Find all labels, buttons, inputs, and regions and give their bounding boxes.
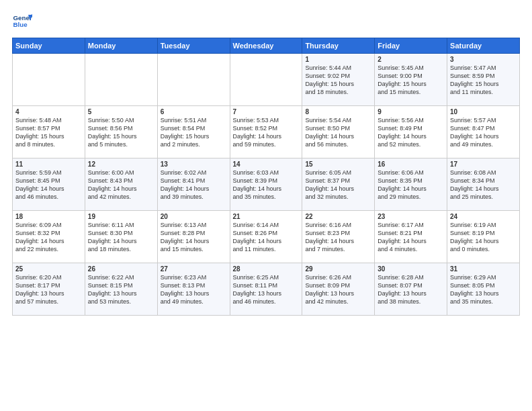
day-number: 25 <box>15 265 82 273</box>
day-cell <box>230 54 302 106</box>
day-number: 24 <box>450 213 517 220</box>
day-cell: 24Sunrise: 6:19 AM Sunset: 8:19 PM Dayli… <box>447 211 520 263</box>
day-info: Sunrise: 5:57 AM Sunset: 8:47 PM Dayligh… <box>450 116 517 149</box>
day-info: Sunrise: 6:23 AM Sunset: 8:13 PM Dayligh… <box>161 273 227 306</box>
day-info: Sunrise: 5:44 AM Sunset: 9:02 PM Dayligh… <box>305 64 371 97</box>
day-cell: 5Sunrise: 5:50 AM Sunset: 8:56 PM Daylig… <box>85 106 157 158</box>
day-number: 14 <box>233 161 300 168</box>
day-number: 26 <box>88 265 154 273</box>
day-number: 4 <box>15 108 82 116</box>
calendar-body: 1Sunrise: 5:44 AM Sunset: 9:02 PM Daylig… <box>13 54 520 316</box>
day-info: Sunrise: 6:11 AM Sunset: 8:30 PM Dayligh… <box>88 221 154 254</box>
day-info: Sunrise: 6:16 AM Sunset: 8:23 PM Dayligh… <box>305 221 371 254</box>
day-number: 6 <box>161 108 227 116</box>
week-row-2: 4Sunrise: 5:48 AM Sunset: 8:57 PM Daylig… <box>13 106 520 158</box>
day-info: Sunrise: 6:03 AM Sunset: 8:39 PM Dayligh… <box>233 169 300 201</box>
header-friday: Friday <box>375 38 447 54</box>
page: General Blue Sunday Monday Tuesday Wedne… <box>0 0 532 322</box>
header-saturday: Saturday <box>447 38 520 54</box>
day-info: Sunrise: 5:54 AM Sunset: 8:50 PM Dayligh… <box>305 116 371 149</box>
day-number: 28 <box>233 265 300 273</box>
day-cell: 30Sunrise: 6:28 AM Sunset: 8:07 PM Dayli… <box>375 263 447 316</box>
calendar-header: Sunday Monday Tuesday Wednesday Thursday… <box>13 38 520 54</box>
day-cell: 20Sunrise: 6:13 AM Sunset: 8:28 PM Dayli… <box>157 211 230 263</box>
day-number: 8 <box>305 108 371 116</box>
day-info: Sunrise: 6:02 AM Sunset: 8:41 PM Dayligh… <box>161 169 227 201</box>
day-cell: 31Sunrise: 6:29 AM Sunset: 8:05 PM Dayli… <box>447 263 520 316</box>
header-sunday: Sunday <box>13 38 85 54</box>
day-cell: 23Sunrise: 6:17 AM Sunset: 8:21 PM Dayli… <box>375 211 447 263</box>
day-info: Sunrise: 5:50 AM Sunset: 8:56 PM Dayligh… <box>88 116 154 149</box>
day-cell: 25Sunrise: 6:20 AM Sunset: 8:17 PM Dayli… <box>13 263 85 316</box>
week-row-1: 1Sunrise: 5:44 AM Sunset: 9:02 PM Daylig… <box>13 54 520 106</box>
day-number: 16 <box>378 161 444 168</box>
logo-icon: General Blue <box>12 11 32 31</box>
day-cell: 19Sunrise: 6:11 AM Sunset: 8:30 PM Dayli… <box>85 211 157 263</box>
day-cell <box>13 54 85 106</box>
day-info: Sunrise: 5:45 AM Sunset: 9:00 PM Dayligh… <box>378 64 444 97</box>
day-cell: 28Sunrise: 6:25 AM Sunset: 8:11 PM Dayli… <box>230 263 302 316</box>
day-info: Sunrise: 6:28 AM Sunset: 8:07 PM Dayligh… <box>378 273 444 306</box>
week-row-4: 18Sunrise: 6:09 AM Sunset: 8:32 PM Dayli… <box>13 211 520 263</box>
day-cell: 17Sunrise: 6:08 AM Sunset: 8:34 PM Dayli… <box>447 158 520 211</box>
day-cell: 10Sunrise: 5:57 AM Sunset: 8:47 PM Dayli… <box>447 106 520 158</box>
day-cell: 21Sunrise: 6:14 AM Sunset: 8:26 PM Dayli… <box>230 211 302 263</box>
day-info: Sunrise: 5:47 AM Sunset: 8:59 PM Dayligh… <box>450 64 517 97</box>
day-number: 15 <box>305 161 371 168</box>
day-cell <box>85 54 157 106</box>
day-info: Sunrise: 5:59 AM Sunset: 8:45 PM Dayligh… <box>15 169 82 201</box>
day-cell: 22Sunrise: 6:16 AM Sunset: 8:23 PM Dayli… <box>302 211 375 263</box>
day-info: Sunrise: 6:08 AM Sunset: 8:34 PM Dayligh… <box>450 169 517 201</box>
day-info: Sunrise: 5:53 AM Sunset: 8:52 PM Dayligh… <box>233 116 300 149</box>
day-number: 2 <box>378 56 444 63</box>
day-number: 21 <box>233 213 300 220</box>
day-cell: 26Sunrise: 6:22 AM Sunset: 8:15 PM Dayli… <box>85 263 157 316</box>
header-row: Sunday Monday Tuesday Wednesday Thursday… <box>13 38 520 54</box>
day-info: Sunrise: 6:09 AM Sunset: 8:32 PM Dayligh… <box>15 221 82 254</box>
day-info: Sunrise: 6:17 AM Sunset: 8:21 PM Dayligh… <box>378 221 444 254</box>
day-cell <box>157 54 230 106</box>
day-number: 10 <box>450 108 517 116</box>
day-number: 19 <box>88 213 154 220</box>
header-tuesday: Tuesday <box>157 38 230 54</box>
day-cell: 1Sunrise: 5:44 AM Sunset: 9:02 PM Daylig… <box>302 54 375 106</box>
day-info: Sunrise: 6:13 AM Sunset: 8:28 PM Dayligh… <box>161 221 227 254</box>
day-cell: 29Sunrise: 6:26 AM Sunset: 8:09 PM Dayli… <box>302 263 375 316</box>
day-cell: 8Sunrise: 5:54 AM Sunset: 8:50 PM Daylig… <box>302 106 375 158</box>
day-info: Sunrise: 6:05 AM Sunset: 8:37 PM Dayligh… <box>305 169 371 201</box>
day-info: Sunrise: 6:14 AM Sunset: 8:26 PM Dayligh… <box>233 221 300 254</box>
day-number: 27 <box>161 265 227 273</box>
day-cell: 11Sunrise: 5:59 AM Sunset: 8:45 PM Dayli… <box>13 158 85 211</box>
day-number: 20 <box>161 213 227 220</box>
svg-text:Blue: Blue <box>13 21 28 28</box>
day-info: Sunrise: 5:56 AM Sunset: 8:49 PM Dayligh… <box>378 116 444 149</box>
day-number: 11 <box>15 161 82 168</box>
day-number: 5 <box>88 108 154 116</box>
day-cell: 7Sunrise: 5:53 AM Sunset: 8:52 PM Daylig… <box>230 106 302 158</box>
header: General Blue <box>12 11 520 31</box>
day-number: 18 <box>15 213 82 220</box>
day-cell: 9Sunrise: 5:56 AM Sunset: 8:49 PM Daylig… <box>375 106 447 158</box>
day-cell: 4Sunrise: 5:48 AM Sunset: 8:57 PM Daylig… <box>13 106 85 158</box>
day-info: Sunrise: 6:22 AM Sunset: 8:15 PM Dayligh… <box>88 273 154 306</box>
day-cell: 27Sunrise: 6:23 AM Sunset: 8:13 PM Dayli… <box>157 263 230 316</box>
day-number: 7 <box>233 108 300 116</box>
header-monday: Monday <box>85 38 157 54</box>
header-thursday: Thursday <box>302 38 375 54</box>
day-cell: 14Sunrise: 6:03 AM Sunset: 8:39 PM Dayli… <box>230 158 302 211</box>
day-cell: 6Sunrise: 5:51 AM Sunset: 8:54 PM Daylig… <box>157 106 230 158</box>
day-cell: 15Sunrise: 6:05 AM Sunset: 8:37 PM Dayli… <box>302 158 375 211</box>
day-info: Sunrise: 6:20 AM Sunset: 8:17 PM Dayligh… <box>15 273 82 306</box>
day-info: Sunrise: 6:29 AM Sunset: 8:05 PM Dayligh… <box>450 273 517 306</box>
day-number: 29 <box>305 265 371 273</box>
day-info: Sunrise: 6:00 AM Sunset: 8:43 PM Dayligh… <box>88 169 154 201</box>
day-info: Sunrise: 5:51 AM Sunset: 8:54 PM Dayligh… <box>161 116 227 149</box>
header-wednesday: Wednesday <box>230 38 302 54</box>
day-cell: 18Sunrise: 6:09 AM Sunset: 8:32 PM Dayli… <box>13 211 85 263</box>
day-number: 30 <box>378 265 444 273</box>
day-info: Sunrise: 6:25 AM Sunset: 8:11 PM Dayligh… <box>233 273 300 306</box>
day-number: 23 <box>378 213 444 220</box>
day-number: 9 <box>378 108 444 116</box>
day-info: Sunrise: 6:06 AM Sunset: 8:35 PM Dayligh… <box>378 169 444 201</box>
day-number: 13 <box>161 161 227 168</box>
